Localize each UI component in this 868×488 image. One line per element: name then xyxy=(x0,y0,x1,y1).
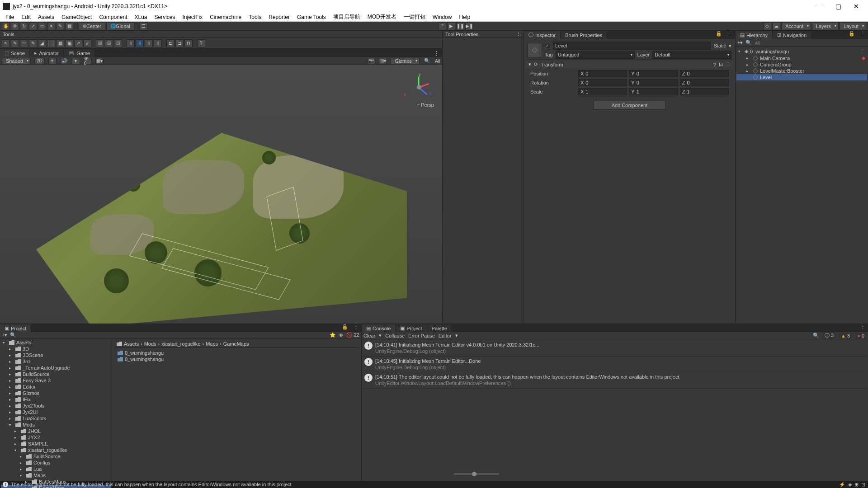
gizmos-dropdown[interactable]: Gizmos xyxy=(391,58,419,64)
transform-component-header[interactable]: ▾ ⟳ Transform ? ⊡ ⋮ xyxy=(526,60,733,69)
project-folder[interactable]: ▾Maps xyxy=(1,472,111,479)
project-item[interactable]: 0_wumingshangu xyxy=(116,350,358,356)
toolrow-btn-15[interactable]: ⫴ xyxy=(136,39,144,47)
hierarchy-item[interactable]: ▸LevelMasterBooster xyxy=(736,68,867,74)
grid-tool-button[interactable]: ▦ xyxy=(65,22,73,30)
fav-icon[interactable]: ⭐ xyxy=(330,332,336,338)
menu-icon[interactable]: ⋮ xyxy=(726,61,731,67)
panel-menu-icon[interactable]: ⋮ xyxy=(516,31,521,37)
panel-menu-icon[interactable]: ⋮ xyxy=(725,31,735,39)
toolrow-btn-6[interactable]: ⋮⋮ xyxy=(47,39,55,47)
toolrow-btn-9[interactable]: ↗ xyxy=(74,39,82,47)
toolrow-btn-14[interactable]: ⫴ xyxy=(127,39,135,47)
layer-dropdown[interactable]: Default xyxy=(652,51,731,59)
project-folder[interactable]: ▸Easy Save 3 xyxy=(1,377,111,384)
menu-gameobject[interactable]: GameObject xyxy=(58,13,95,21)
snap-button[interactable]: ☰ xyxy=(140,22,148,30)
toolrow-btn-3[interactable]: 〰 xyxy=(20,39,28,47)
hierarchy-item[interactable]: Level xyxy=(736,74,867,80)
tab-project2[interactable]: ▣Project xyxy=(396,324,427,332)
account-dropdown[interactable]: Account xyxy=(781,22,811,30)
toolrow-btn-17[interactable]: ⫴ xyxy=(154,39,162,47)
project-folder[interactable]: ▸Configs xyxy=(1,460,111,466)
lock-icon[interactable]: 🔓 xyxy=(713,31,725,39)
pivot-center-button[interactable]: ⊕ Center xyxy=(79,22,105,30)
menu-cinemachine[interactable]: Cinemachine xyxy=(206,13,245,21)
project-folder[interactable]: ▸3DScene xyxy=(1,352,111,358)
layers-dropdown[interactable]: Layers xyxy=(812,22,839,30)
console-entry[interactable]: ![14:10:41] Initializing Mesh Terrain Ed… xyxy=(363,340,867,357)
scale-z-input[interactable]: Z 1 xyxy=(680,88,729,95)
layout-dropdown[interactable]: Layout xyxy=(840,22,866,30)
menu-reporter[interactable]: Reporter xyxy=(265,13,293,21)
clear-button[interactable]: Clear xyxy=(363,333,375,338)
tab-menu-icon[interactable]: ⋮ xyxy=(430,50,442,57)
toolrow-btn-5[interactable]: ◢ xyxy=(38,39,46,47)
status-icon-2[interactable]: ◈ xyxy=(848,482,852,488)
project-folder[interactable]: ▸JHOL xyxy=(1,428,111,434)
collab-button[interactable]: ◇ xyxy=(763,22,771,30)
toggle-icon[interactable]: ⊞▾ xyxy=(379,58,387,64)
toolrow-btn-16[interactable]: ⫴ xyxy=(145,39,153,47)
status-icon-1[interactable]: ⚡ xyxy=(839,482,845,488)
toolrow-btn-8[interactable]: ▣ xyxy=(65,39,73,47)
audio-toggle[interactable]: 🔊 xyxy=(60,58,68,64)
toolrow-btn-12[interactable]: ⊟ xyxy=(105,39,113,47)
tab-hierarchy[interactable]: ▤Hierarchy xyxy=(736,31,773,39)
shaded-dropdown[interactable]: Shaded xyxy=(2,58,31,64)
scale-y-input[interactable]: Y 1 xyxy=(629,88,678,95)
eye-icon[interactable]: 👁 xyxy=(339,333,344,338)
rotation-x-input[interactable]: X 0 xyxy=(578,79,627,86)
project-folder[interactable]: ▸JYX2 xyxy=(1,434,111,441)
project-folder[interactable]: ▸_TerrainAutoUpgrade xyxy=(1,365,111,371)
camera-icon[interactable]: 📷 xyxy=(367,58,375,64)
toolrow-btn-7[interactable]: ▦ xyxy=(56,39,64,47)
project-folder[interactable]: ▸Editor xyxy=(1,384,111,390)
project-folder[interactable]: ▸SAMPLE xyxy=(1,441,111,447)
transform-tool-button[interactable]: ✦ xyxy=(47,22,55,30)
search-all[interactable]: All xyxy=(435,58,440,64)
position-x-input[interactable]: X 0 xyxy=(578,70,627,77)
menu-xlua[interactable]: XLua xyxy=(131,13,151,21)
menu-项目启导航[interactable]: 项目启导航 xyxy=(330,12,364,22)
menu-file[interactable]: File xyxy=(2,13,18,21)
status-icon-3[interactable]: ⊞ xyxy=(854,482,859,488)
menu-tools[interactable]: Tools xyxy=(245,13,265,21)
toolrow-btn-19[interactable]: ⊐ xyxy=(175,39,184,47)
menu-services[interactable]: Services xyxy=(151,13,179,21)
rotation-y-input[interactable]: Y 0 xyxy=(629,79,678,86)
tab-animator[interactable]: ▸Animator xyxy=(30,49,64,57)
menu-help[interactable]: Help xyxy=(455,13,474,21)
project-folder[interactable]: ▸Jyx2Tools xyxy=(1,403,111,409)
project-folder[interactable]: ▾xiastart_roguelike xyxy=(1,447,111,453)
warn-count[interactable]: ▲ 3 xyxy=(839,333,852,338)
toolrow-btn-2[interactable]: ✎ xyxy=(11,39,19,47)
editor-dropdown[interactable]: Editor xyxy=(439,333,452,338)
static-dropdown-icon[interactable]: ▾ xyxy=(729,43,731,49)
hierarchy-item[interactable]: ▸CameraGroup xyxy=(736,61,867,68)
step-button[interactable]: ▶❚ xyxy=(465,22,473,30)
tab-brush-properties[interactable]: Brush Properties xyxy=(561,31,607,39)
scene-viewport[interactable]: y x z ≡ Persp xyxy=(0,65,442,324)
grid-toggle[interactable]: ▦▾ xyxy=(95,58,104,64)
toolrow-btn-10[interactable]: ↙ xyxy=(83,39,91,47)
console-entry[interactable]: ![14:10:51] The editor layout could not … xyxy=(363,372,867,389)
move-tool-button[interactable]: ✥ xyxy=(11,22,19,30)
error-pause-button[interactable]: Error Pause xyxy=(408,333,435,338)
hierarchy-search-input[interactable] xyxy=(755,40,866,46)
panel-menu-icon[interactable]: ⋮ xyxy=(351,324,361,332)
scene-root[interactable]: ▾◈0_wumingshangu⋮ xyxy=(736,48,867,55)
play-button[interactable]: P xyxy=(438,22,446,30)
tab-palette[interactable]: Palette xyxy=(427,324,452,332)
add-component-button[interactable]: Add Component xyxy=(594,101,666,110)
collapse-button[interactable]: Collapse xyxy=(385,333,405,338)
project-folder[interactable]: ▸BuildSource xyxy=(1,453,111,460)
tab-project[interactable]: ▣Project xyxy=(0,324,31,332)
tab-inspector[interactable]: ⓘInspector xyxy=(524,31,561,39)
menu-component[interactable]: Component xyxy=(95,13,131,21)
project-folder[interactable]: ▸3D xyxy=(1,346,111,352)
hidden-toggle[interactable]: 👁 0 xyxy=(84,58,92,64)
lock-icon[interactable]: 🔓 xyxy=(846,31,858,39)
gameobject-name-input[interactable] xyxy=(553,42,711,50)
tab-scene[interactable]: ⬚Scene xyxy=(0,49,30,57)
